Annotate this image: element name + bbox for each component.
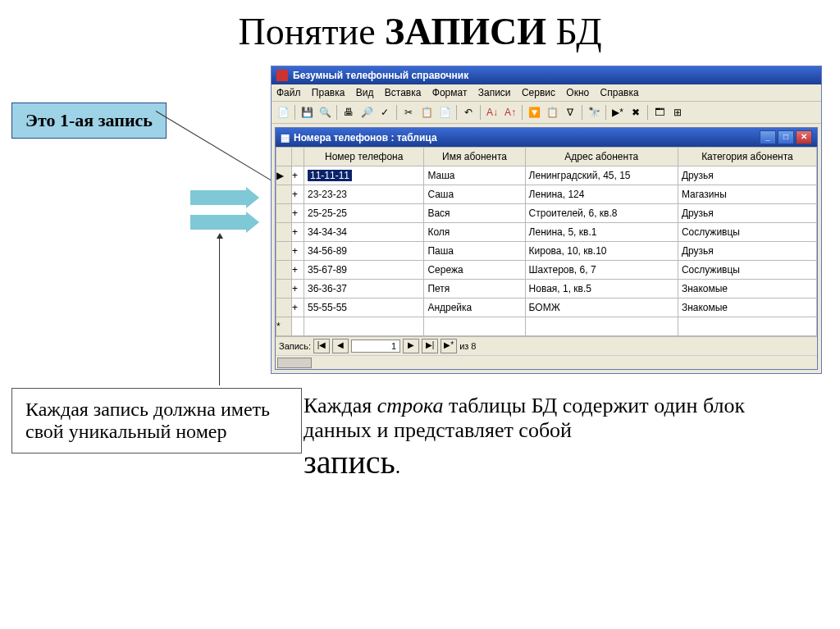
cut-icon[interactable]: ✂ [400,104,417,121]
expand-row-icon[interactable]: + [292,204,304,223]
new-object-icon[interactable]: ⊞ [669,104,686,121]
row-selector[interactable] [276,299,292,317]
cell-phone[interactable]: 34-56-89 [304,242,424,261]
delete-record-icon[interactable]: ✖ [628,104,644,121]
menu-insert[interactable]: Вставка [385,87,422,98]
cell-category[interactable]: Сослуживцы [678,223,816,242]
cell-name[interactable]: Сережа [424,261,525,280]
cell-name[interactable]: Вася [424,204,525,223]
expand-row-icon[interactable]: + [292,261,304,280]
cell-category[interactable]: Сослуживцы [678,261,816,280]
table-row[interactable]: +36-36-37ПетяНовая, 1, кв.5Знакомые [276,280,817,299]
menu-window[interactable]: Окно [566,87,589,98]
row-selector-new[interactable]: * [276,317,292,336]
menu-edit[interactable]: Правка [312,87,345,98]
horizontal-scrollbar[interactable] [276,355,817,369]
print-icon[interactable]: 🖶 [340,104,357,121]
filter-form-icon[interactable]: 📋 [544,104,560,121]
filter-toggle-icon[interactable]: ∇ [562,104,578,121]
row-selector[interactable] [276,242,292,261]
cell-category[interactable]: Знакомые [678,299,816,317]
undo-icon[interactable]: ↶ [460,104,477,121]
row-selector[interactable] [276,223,292,242]
cell-address[interactable]: Новая, 1, кв.5 [525,280,678,299]
expand-row-icon[interactable]: + [292,223,304,242]
view-icon[interactable]: 📄 [275,104,291,121]
cell-address[interactable]: Ленина, 124 [525,185,678,204]
nav-current-input[interactable] [351,340,400,353]
cell-phone[interactable] [304,317,424,336]
cell-name[interactable]: Паша [424,242,525,261]
menu-service[interactable]: Сервис [522,87,555,98]
spellcheck-icon[interactable]: ✓ [377,104,393,121]
filter-selection-icon[interactable]: 🔽 [526,104,542,121]
col-category[interactable]: Категория абонента [678,148,816,166]
table-row[interactable]: +34-34-34КоляЛенина, 5, кв.1Сослуживцы [276,223,817,242]
cell-name[interactable]: Саша [424,185,525,204]
row-selector[interactable] [276,185,292,204]
sort-desc-icon[interactable]: A↑ [502,104,518,121]
menu-format[interactable]: Формат [432,87,468,98]
cell-name[interactable]: Коля [424,223,525,242]
expand-row-icon[interactable]: + [292,185,304,204]
nav-prev-button[interactable]: ◀ [332,339,349,353]
cell-name[interactable]: Маша [424,166,525,185]
row-selector[interactable] [276,204,292,223]
expand-row-icon[interactable]: + [292,242,304,261]
expand-row-icon[interactable]: + [292,299,304,317]
col-phone[interactable]: Номер телефона [304,148,424,166]
expand-row-icon[interactable]: + [292,166,304,185]
find-icon[interactable]: 🔭 [586,104,602,121]
corner-cell[interactable] [276,148,292,166]
table-row[interactable]: ▶+11-11-11МашаЛенинградский, 45, 15Друзь… [276,166,817,185]
table-row[interactable]: +55-55-55АндрейкаБОМЖЗнакомые [276,299,817,317]
paste-icon[interactable]: 📄 [436,104,453,121]
menu-view[interactable]: Вид [356,87,374,98]
cell-address[interactable]: Ленинградский, 45, 15 [525,166,678,185]
cell-category[interactable]: Друзья [678,204,816,223]
cell-phone[interactable]: 11-11-11 [304,166,424,185]
cell-phone[interactable]: 23-23-23 [304,185,424,204]
row-selector[interactable] [276,261,292,280]
cell-address[interactable]: Шахтеров, 6, 7 [525,261,678,280]
table-row[interactable]: +25-25-25ВасяСтроителей, 6, кв.8Друзья [276,204,817,223]
nav-first-button[interactable]: |◀ [313,339,330,353]
search-file-icon[interactable]: 🔍 [317,104,333,121]
cell-address[interactable]: Строителей, 6, кв.8 [525,204,678,223]
copy-icon[interactable]: 📋 [418,104,435,121]
cell-category[interactable]: Знакомые [678,280,816,299]
cell-category[interactable] [678,317,816,336]
menu-file[interactable]: Файл [276,87,301,98]
col-name[interactable]: Имя абонента [424,148,525,166]
cell-name[interactable]: Андрейка [424,299,525,317]
cell-address[interactable]: БОМЖ [525,299,678,317]
cell-address[interactable]: Кирова, 10, кв.10 [525,242,678,261]
row-selector[interactable]: ▶ [276,166,292,185]
col-address[interactable]: Адрес абонента [525,148,678,166]
cell-phone[interactable]: 36-36-37 [304,280,424,299]
db-window-icon[interactable]: 🗔 [651,104,668,121]
cell-phone[interactable]: 25-25-25 [304,204,424,223]
cell-category[interactable]: Друзья [678,242,816,261]
cell-phone[interactable]: 35-67-89 [304,261,424,280]
cell-category[interactable]: Магазины [678,185,816,204]
close-button[interactable]: ✕ [796,130,812,144]
maximize-button[interactable]: □ [778,130,794,144]
menu-help[interactable]: Справка [600,87,639,98]
cell-name[interactable] [424,317,525,336]
minimize-button[interactable]: _ [760,130,776,144]
nav-last-button[interactable]: ▶| [422,339,438,353]
sort-asc-icon[interactable]: A↓ [484,104,500,121]
cell-phone[interactable]: 55-55-55 [304,299,424,317]
nav-new-button[interactable]: ▶* [441,339,457,353]
cell-phone[interactable]: 34-34-34 [304,223,424,242]
cell-address[interactable] [525,317,678,336]
expand-row-icon[interactable]: + [292,280,304,299]
new-row[interactable]: * [276,317,817,336]
menu-records[interactable]: Записи [478,87,511,98]
new-record-icon[interactable]: ▶* [609,104,626,121]
save-icon[interactable]: 💾 [299,104,315,121]
table-row[interactable]: +34-56-89ПашаКирова, 10, кв.10Друзья [276,242,817,261]
row-selector[interactable] [276,280,292,299]
nav-next-button[interactable]: ▶ [403,339,419,353]
